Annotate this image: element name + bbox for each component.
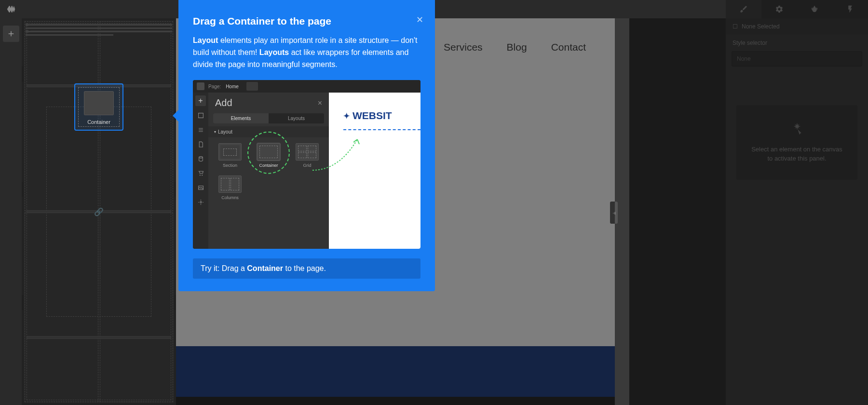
svg-point-2 [200,202,201,203]
nav-blog[interactable]: Blog [507,41,527,53]
dg-box-icon [195,110,206,121]
dg-image-icon [195,182,206,193]
tab-settings[interactable] [761,0,797,18]
dg-cart-icon [195,168,206,178]
nav-contact[interactable]: Contact [551,41,586,53]
nav-services[interactable]: Services [444,41,483,53]
brush-icon [739,5,748,14]
modal-body: Layout elements play an important role i… [193,35,420,70]
modal-diagram: Page: Home + Add × Elements [193,80,420,249]
canvas-bottom [176,397,615,405]
dg-page-icon [195,139,206,149]
svg-point-0 [199,157,203,158]
style-empty-state: Select an element on the canvas to activ… [736,105,857,180]
resize-handle[interactable]: ◄ [610,202,618,224]
style-selector-input[interactable]: None [732,51,862,67]
element-paragraph[interactable]: Paragraph [74,312,123,357]
modal-title: Drag a Container to the page [193,15,420,27]
dg-section-icon [218,143,242,161]
droplets-icon [810,5,819,14]
dg-container-icon [257,143,280,161]
tab-interactions[interactable] [832,0,868,18]
modal-close-button[interactable]: ✕ [416,14,423,25]
style-panel: None Selected Style selector None Select… [726,0,868,405]
dg-add-icon: + [195,95,206,106]
modal-try-it: Try it: Drag a Container to the page. [193,258,420,279]
modal-arrow-icon [173,110,178,122]
canvas-footer-band [176,346,615,397]
dg-grid-icon [296,143,319,161]
dg-layers-icon [195,124,206,135]
selection-indicator: None Selected [726,18,868,35]
right-panel-tabs [726,0,868,18]
dg-columns-icon [218,176,242,193]
dg-website-logo: WEBSIT [343,110,392,122]
add-panel: Add × Elements Layouts Layout Section Co… [22,18,176,405]
tutorial-modal: ✕ Drag a Container to the page Layout el… [178,0,435,291]
dg-cms-icon [195,153,206,164]
style-selector-label: Style selector [726,35,868,51]
add-elements-button[interactable] [3,26,19,42]
left-toolbar [0,18,22,405]
dg-settings-icon [195,197,206,207]
pointer-click-icon [790,122,804,136]
gear-icon [775,5,784,14]
container-icon [84,91,114,115]
dg-logo-icon [197,82,204,90]
bolt-icon [846,5,854,14]
paragraph-icon [84,319,114,343]
tab-effects[interactable] [797,0,833,18]
dg-close-icon: × [318,99,322,108]
dg-preview-icon [246,82,258,91]
element-container[interactable]: Container [74,83,123,131]
dg-drop-indicator [343,129,420,130]
tab-style[interactable] [726,0,761,18]
app-logo[interactable] [0,0,22,18]
